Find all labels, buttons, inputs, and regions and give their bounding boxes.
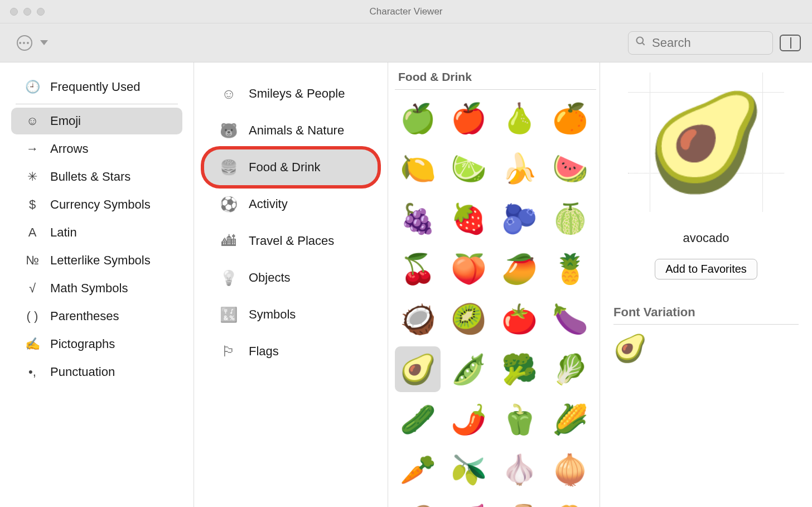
sidebar-item-pictographs[interactable]: ✍Pictographs [11, 331, 182, 358]
subcategory-item-smileys-people[interactable]: ☺Smileys & People [204, 76, 378, 112]
travel-places-icon: 🏙 [220, 232, 238, 250]
emoji-cell[interactable]: 🌶️ [446, 397, 491, 442]
symbols-icon: 🔣 [220, 306, 238, 323]
emoji-cell[interactable]: 🍉 [548, 146, 593, 191]
emoji-cell[interactable]: 🫒 [446, 447, 491, 492]
letterlike-symbols-icon: № [25, 253, 40, 268]
emoji-cell[interactable]: 🥑 [395, 346, 441, 392]
emoji-cell[interactable]: 🫚 [497, 497, 543, 507]
emoji-cell[interactable]: 🍎 [446, 95, 491, 141]
emoji-cell[interactable]: 🧄 [497, 447, 543, 492]
latin-icon: A [25, 225, 40, 240]
emoji-cell[interactable]: 🍅 [497, 296, 543, 342]
emoji-cell[interactable]: 🥐 [548, 497, 593, 507]
sidebar-item-arrows[interactable]: →Arrows [11, 136, 182, 162]
emoji-grid: 🍏🍎🍐🍊🍋🍋‍🟩🍌🍉🍇🍓🫐🍈🍒🍑🥭🍍🥥🥝🍅🍆🥑🫛🥦🥬🥒🌶️🫑🌽🥕🫒🧄🧅🥔🍠🫚🥐 [395, 95, 596, 507]
subcategory-item-flags[interactable]: 🏳Flags [204, 334, 378, 369]
toggle-view-icon[interactable] [780, 35, 801, 51]
emoji-cell[interactable]: 🍈 [548, 196, 593, 242]
subcategory-item-food-drink[interactable]: 🍔Food & Drink [204, 149, 378, 185]
emoji-cell[interactable]: 🍍 [548, 246, 593, 292]
emoji-cell[interactable]: 🫐 [497, 196, 543, 242]
math-symbols-icon: √ [25, 281, 40, 296]
flags-icon: 🏳 [220, 342, 238, 360]
subcategory-item-label: Food & Drink [249, 160, 320, 175]
window-controls [0, 8, 45, 16]
emoji-cell[interactable]: 🍑 [446, 246, 491, 292]
sidebar-item-label: Pictographs [50, 337, 115, 351]
sidebar-item-label: Letterlike Symbols [50, 253, 151, 268]
emoji-cell[interactable]: 🍇 [395, 196, 441, 242]
emoji-cell[interactable]: 🌽 [548, 397, 593, 442]
emoji-cell[interactable]: 🍆 [548, 296, 593, 342]
sidebar-item-currency-symbols[interactable]: $Currency Symbols [11, 191, 182, 218]
category-sidebar: 🕘Frequently Used☺Emoji→Arrows✳Bullets & … [0, 62, 194, 507]
emoji-cell[interactable]: 🥔 [395, 497, 441, 507]
emoji-cell[interactable]: 🍏 [395, 95, 441, 141]
subcategory-item-activity[interactable]: ⚽Activity [204, 186, 378, 222]
parentheses-icon: ( ) [25, 308, 40, 324]
emoji-cell[interactable]: 🫑 [497, 397, 543, 442]
sidebar-item-parentheses[interactable]: ( )Parentheses [11, 303, 182, 330]
emoji-cell[interactable]: 🥬 [548, 346, 593, 392]
window-title: Character Viewer [0, 6, 812, 17]
bullets-stars-icon: ✳ [25, 169, 40, 185]
font-variation-heading: Font Variation [613, 305, 799, 325]
font-variation-glyph[interactable]: 🥑 [613, 332, 799, 364]
emoji-cell[interactable]: 🧅 [548, 447, 593, 492]
emoji-cell[interactable]: 🥭 [497, 246, 543, 292]
close-window-icon[interactable] [10, 8, 18, 16]
subcategory-item-label: Flags [249, 344, 279, 359]
subcategory-item-symbols[interactable]: 🔣Symbols [204, 297, 378, 332]
emoji-cell[interactable]: 🥦 [497, 346, 543, 392]
sidebar-item-label: Emoji [50, 114, 81, 128]
minimize-window-icon[interactable] [23, 8, 31, 16]
sidebar-item-label: Currency Symbols [50, 197, 151, 212]
frequently-used-icon: 🕘 [25, 79, 40, 95]
action-menu-icon[interactable]: ••• [17, 35, 32, 51]
sidebar-divider [16, 104, 178, 104]
subcategory-item-travel-places[interactable]: 🏙Travel & Places [204, 223, 378, 259]
emoji-cell[interactable]: 🫛 [446, 346, 491, 392]
sidebar-item-label: Math Symbols [50, 281, 128, 296]
emoji-cell[interactable]: 🍐 [497, 95, 543, 141]
emoji-cell[interactable]: 🥥 [395, 296, 441, 342]
sidebar-item-punctuation[interactable]: •,Punctuation [11, 359, 182, 385]
subcategory-item-animals-nature[interactable]: 🐻Animals & Nature [204, 113, 378, 148]
emoji-cell[interactable]: 🍌 [497, 146, 543, 191]
sidebar-item-math-symbols[interactable]: √Math Symbols [11, 275, 182, 302]
sidebar-item-label: Latin [50, 225, 77, 240]
subcategory-item-label: Travel & Places [249, 234, 334, 248]
emoji-cell[interactable]: 🍋‍🟩 [446, 146, 491, 191]
emoji-icon: ☺ [25, 113, 40, 129]
emoji-cell[interactable]: 🥝 [446, 296, 491, 342]
smileys-people-icon: ☺ [220, 85, 238, 103]
add-to-favorites-button[interactable]: Add to Favorites [655, 259, 757, 279]
emoji-cell[interactable]: 🍊 [548, 95, 593, 141]
search-input[interactable] [652, 36, 766, 50]
sidebar-item-emoji[interactable]: ☺Emoji [11, 108, 182, 134]
emoji-cell[interactable]: 🥒 [395, 397, 441, 442]
sidebar-item-letterlike-symbols[interactable]: №Letterlike Symbols [11, 247, 182, 274]
zoom-window-icon[interactable] [37, 8, 45, 16]
chevron-down-icon[interactable] [40, 40, 48, 45]
sidebar-item-latin[interactable]: ALatin [11, 219, 182, 246]
activity-icon: ⚽ [220, 195, 238, 213]
emoji-cell[interactable]: 🍠 [446, 497, 491, 507]
svg-line-1 [642, 43, 645, 45]
sidebar-item-bullets-stars[interactable]: ✳Bullets & Stars [11, 163, 182, 190]
emoji-cell[interactable]: 🍒 [395, 246, 441, 292]
search-box[interactable] [628, 31, 773, 55]
punctuation-icon: •, [25, 364, 40, 380]
emoji-subcategory-sidebar: ☺Smileys & People🐻Animals & Nature🍔Food … [194, 62, 388, 507]
sidebar-item-label: Parentheses [50, 309, 119, 323]
sidebar-item-frequently-used[interactable]: 🕘Frequently Used [11, 74, 182, 100]
subcategory-item-label: Objects [249, 271, 291, 285]
toolbar: ••• [0, 23, 812, 62]
emoji-cell[interactable]: 🥕 [395, 447, 441, 492]
subcategory-item-label: Activity [249, 197, 288, 211]
main: 🕘Frequently Used☺Emoji→Arrows✳Bullets & … [0, 62, 812, 507]
emoji-cell[interactable]: 🍓 [446, 196, 491, 242]
emoji-cell[interactable]: 🍋 [395, 146, 441, 191]
subcategory-item-objects[interactable]: 💡Objects [204, 260, 378, 296]
